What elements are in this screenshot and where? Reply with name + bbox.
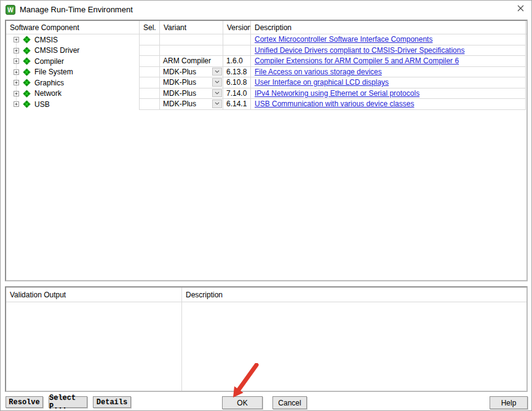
variant-value: MDK-Plus	[163, 68, 196, 76]
variant-cell	[160, 34, 223, 45]
expand-plus-icon[interactable]	[14, 80, 19, 85]
close-icon[interactable]	[515, 2, 526, 14]
validation-description-header: Description	[181, 288, 526, 302]
variant-value: MDK-Plus	[163, 89, 196, 98]
component-label: Graphics	[34, 79, 64, 87]
component-row[interactable]: CMSIS Driver Unified Device Drivers comp…	[6, 45, 526, 57]
row-filler	[526, 67, 526, 78]
component-diamond-icon	[23, 100, 31, 108]
variant-cell: MDK-Plus	[160, 67, 223, 78]
component-cell: Graphics	[6, 77, 140, 88]
version-cell	[223, 34, 251, 45]
row-filler	[526, 88, 526, 100]
chevron-down-icon	[215, 92, 220, 95]
sel-cell	[140, 45, 160, 57]
version-cell	[223, 45, 251, 57]
component-row[interactable]: USB MDK-Plus 6.14.1 USB Communication wi…	[6, 99, 526, 110]
select-packs-button[interactable]: Select P...	[49, 396, 87, 408]
variant-cell	[160, 45, 223, 57]
row-filler	[526, 34, 526, 45]
description-link[interactable]: User Interface on graphical LCD displays	[255, 78, 389, 87]
details-button[interactable]: Details	[93, 396, 131, 408]
variant-value: ARM Compiler	[163, 57, 211, 65]
component-rows: CMSIS Cortex Microcontroller Software In…	[6, 34, 526, 110]
version-cell: 6.13.8	[223, 67, 251, 78]
component-diamond-icon	[23, 36, 31, 44]
component-diamond-icon	[23, 68, 31, 76]
component-row[interactable]: Compiler ARM Compiler 1.6.0 Compiler Ext…	[6, 56, 526, 67]
component-row[interactable]: Graphics MDK-Plus 6.10.8 User Interface …	[6, 77, 526, 88]
software-component-panel: Software Component Sel. Variant Version …	[5, 20, 528, 281]
row-filler	[526, 99, 526, 110]
component-label: File System	[34, 68, 73, 76]
version-cell: 6.10.8	[223, 77, 251, 88]
version-cell: 6.14.1	[223, 99, 251, 110]
variant-dropdown-button[interactable]	[212, 68, 222, 76]
description-link[interactable]: Cortex Microcontroller Software Interfac…	[255, 35, 432, 44]
expand-plus-icon[interactable]	[14, 48, 19, 53]
description-link[interactable]: Unified Device Drivers compliant to CMSI…	[255, 46, 464, 55]
column-header-variant: Variant	[160, 21, 223, 34]
description-link[interactable]: File Access on various storage devices	[255, 68, 382, 76]
column-header-version: Version	[223, 21, 251, 34]
component-diamond-icon	[23, 57, 31, 65]
component-row[interactable]: CMSIS Cortex Microcontroller Software In…	[6, 34, 526, 45]
description-link[interactable]: IPv4 Networking using Ethernet or Serial…	[255, 89, 419, 98]
chevron-down-icon	[215, 80, 220, 84]
component-label: CMSIS Driver	[34, 46, 79, 55]
title-bar: W Manage Run-Time Environment	[1, 1, 531, 18]
variant-cell: ARM Compiler	[160, 56, 223, 67]
cancel-button[interactable]: Cancel	[272, 396, 307, 409]
table-header: Software Component Sel. Variant Version …	[6, 21, 526, 34]
component-label: Network	[34, 89, 62, 98]
version-cell: 7.14.0	[223, 88, 251, 100]
column-header-filler	[526, 21, 526, 34]
row-filler	[526, 45, 526, 57]
validation-description-body	[181, 302, 526, 391]
description-link[interactable]: Compiler Extensions for ARM Compiler 5 a…	[255, 57, 459, 65]
component-row[interactable]: File System MDK-Plus 6.13.8 File Access …	[6, 67, 526, 78]
sel-cell	[140, 88, 160, 100]
description-cell: USB Communication with various device cl…	[251, 99, 526, 110]
variant-value: MDK-Plus	[163, 78, 196, 87]
expand-plus-icon[interactable]	[14, 101, 19, 107]
component-cell: CMSIS	[6, 34, 140, 45]
expand-plus-icon[interactable]	[14, 69, 19, 75]
validation-output-header: Validation Output	[6, 288, 181, 302]
chevron-down-icon	[215, 70, 220, 73]
sel-cell	[140, 34, 160, 45]
description-cell: Cortex Microcontroller Software Interfac…	[251, 34, 526, 45]
row-filler	[526, 56, 526, 67]
variant-dropdown-button[interactable]	[212, 89, 222, 98]
description-link[interactable]: USB Communication with various device cl…	[255, 100, 414, 108]
ok-button[interactable]: OK	[222, 396, 263, 409]
description-cell: User Interface on graphical LCD displays	[251, 77, 526, 88]
component-cell: Compiler	[6, 56, 140, 67]
sel-cell	[140, 77, 160, 88]
help-button[interactable]: Help	[490, 396, 528, 409]
column-header-sel: Sel.	[140, 21, 160, 34]
column-header-software-component: Software Component	[6, 21, 140, 34]
window-title: Manage Run-Time Environment	[20, 5, 133, 14]
sel-cell	[140, 56, 160, 67]
expand-plus-icon[interactable]	[14, 58, 19, 64]
uvision-app-icon: W	[6, 5, 15, 15]
sel-cell	[140, 99, 160, 110]
expand-plus-icon[interactable]	[14, 37, 19, 42]
expand-plus-icon[interactable]	[14, 91, 19, 96]
validation-panel: Validation Output Description	[5, 286, 528, 392]
description-cell: IPv4 Networking using Ethernet or Serial…	[251, 88, 526, 100]
sel-cell	[140, 67, 160, 78]
variant-cell: MDK-Plus	[160, 99, 223, 110]
variant-dropdown-button[interactable]	[212, 100, 222, 108]
description-cell: Compiler Extensions for ARM Compiler 5 a…	[251, 56, 526, 67]
component-cell: CMSIS Driver	[6, 45, 140, 57]
resolve-button[interactable]: Resolve	[6, 396, 43, 408]
description-cell: File Access on various storage devices	[251, 67, 526, 78]
variant-value: MDK-Plus	[163, 100, 196, 108]
component-row[interactable]: Network MDK-Plus 7.14.0 IPv4 Networking …	[6, 88, 526, 100]
version-cell: 1.6.0	[223, 56, 251, 67]
component-label: USB	[34, 100, 50, 109]
svg-text:W: W	[7, 7, 14, 14]
variant-dropdown-button[interactable]	[212, 78, 222, 87]
